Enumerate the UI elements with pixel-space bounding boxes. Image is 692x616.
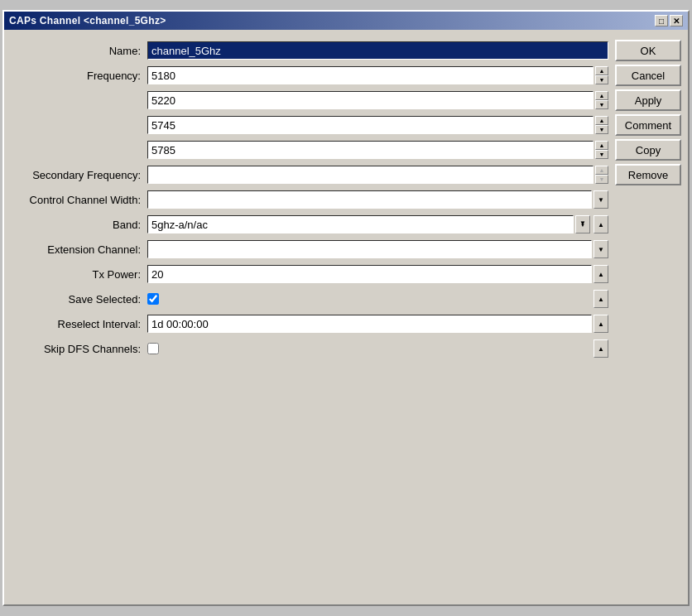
- save-selected-row: Save Selected:: [11, 288, 608, 310]
- control-channel-width-row: Control Channel Width:: [11, 189, 608, 210]
- content-area: Name: Frequency:: [4, 30, 688, 369]
- frequency-1-control: [147, 66, 608, 84]
- restore-button[interactable]: □: [655, 15, 668, 26]
- ok-button[interactable]: OK: [615, 40, 681, 61]
- close-button[interactable]: ✕: [670, 15, 683, 26]
- frequency-3-control: [147, 116, 608, 134]
- reselect-interval-row: Reselect Interval:: [11, 313, 608, 334]
- secondary-frequency-input[interactable]: [147, 166, 593, 184]
- skip-dfs-label: Skip DFS Channels:: [11, 343, 147, 355]
- secondary-frequency-spinner: [595, 166, 608, 184]
- extension-channel-control: [147, 240, 608, 258]
- save-selected-label: Save Selected:: [11, 293, 147, 306]
- frequency-4-down[interactable]: [595, 150, 608, 159]
- expand-icon: [598, 320, 604, 328]
- band-row: Band: ▼▼: [11, 214, 608, 235]
- band-controls: ▼▼: [147, 215, 608, 233]
- frequency-1-spinner: [595, 66, 608, 84]
- skip-dfs-checkbox[interactable]: [147, 343, 159, 354]
- form-area: Name: Frequency:: [11, 40, 608, 363]
- dropdown-icon: [598, 196, 604, 204]
- frequency-row-1: Frequency:: [11, 65, 608, 86]
- frequency-1-input[interactable]: [147, 66, 593, 84]
- expand-icon: [598, 296, 604, 303]
- frequency-2-up[interactable]: [595, 91, 608, 100]
- titlebar: CAPs Channel <channel_5Ghz> □ ✕: [4, 12, 688, 30]
- name-input[interactable]: [147, 41, 608, 60]
- reselect-interval-label: Reselect Interval:: [11, 318, 147, 330]
- tx-power-control: [147, 265, 608, 283]
- down-icon: [599, 77, 605, 83]
- band-dropdown-button[interactable]: ▼▼: [575, 215, 590, 233]
- tx-power-input[interactable]: [147, 265, 592, 283]
- band-dropdown-icon: ▼▼: [579, 219, 586, 230]
- extension-channel-input[interactable]: [147, 240, 592, 258]
- frequency-4-control: [147, 141, 608, 159]
- titlebar-buttons: □ ✕: [655, 15, 683, 26]
- down-icon: [599, 102, 605, 108]
- extension-channel-label: Extension Channel:: [11, 243, 147, 256]
- cancel-button[interactable]: Cancel: [615, 65, 681, 86]
- frequency-row-4: [11, 139, 608, 161]
- up-icon: [599, 142, 605, 148]
- apply-button[interactable]: Apply: [615, 89, 681, 111]
- frequency-row-3: [11, 114, 608, 136]
- tx-power-expand-button[interactable]: [593, 265, 608, 283]
- control-channel-width-dropdown[interactable]: [593, 190, 608, 209]
- up-icon: [599, 93, 605, 99]
- name-row: Name:: [11, 40, 608, 61]
- frequency-3-down[interactable]: [595, 125, 608, 134]
- secondary-frequency-label: Secondary Frequency:: [11, 169, 147, 181]
- save-selected-checkbox[interactable]: [147, 293, 159, 305]
- tx-power-label: Tx Power:: [11, 268, 147, 281]
- skip-dfs-expand-button[interactable]: [593, 339, 608, 358]
- frequency-2-down[interactable]: [595, 100, 608, 109]
- frequency-4-up[interactable]: [595, 141, 608, 150]
- frequency-3-up[interactable]: [595, 116, 608, 125]
- band-input[interactable]: [147, 215, 574, 233]
- up-icon: [599, 68, 605, 74]
- extension-channel-dropdown[interactable]: [593, 240, 608, 258]
- expand-icon: [598, 221, 604, 229]
- reselect-interval-expand-button[interactable]: [593, 315, 608, 333]
- up-icon: [599, 118, 605, 123]
- skip-dfs-control: [147, 339, 608, 358]
- tx-power-row: Tx Power:: [11, 263, 608, 285]
- secondary-frequency-control: [147, 166, 608, 184]
- frequency-4-input[interactable]: [147, 141, 593, 159]
- reselect-interval-input[interactable]: [147, 315, 592, 333]
- frequency-row-2: [11, 89, 608, 111]
- frequency-2-spinner: [595, 91, 608, 109]
- main-window: CAPs Channel <channel_5Ghz> □ ✕ Name: Fr…: [2, 10, 690, 606]
- name-label: Name:: [11, 45, 147, 57]
- frequency-2-input[interactable]: [147, 91, 593, 109]
- frequency-4-spinner: [595, 141, 608, 159]
- save-selected-control: [147, 290, 608, 308]
- save-selected-expand-button[interactable]: [593, 290, 608, 308]
- down-icon: [599, 127, 605, 132]
- control-channel-width-control: [147, 190, 608, 209]
- frequency-2-control: [147, 91, 608, 109]
- skip-dfs-row: Skip DFS Channels:: [11, 338, 608, 359]
- up-icon: [599, 167, 605, 173]
- control-channel-width-input[interactable]: [147, 190, 592, 209]
- expand-icon: [598, 271, 604, 278]
- secondary-frequency-down[interactable]: [595, 175, 608, 184]
- frequency-1-up[interactable]: [595, 66, 608, 75]
- comment-button[interactable]: Comment: [615, 114, 681, 136]
- remove-button[interactable]: Remove: [615, 164, 681, 185]
- down-icon: [599, 152, 605, 157]
- band-expand-button[interactable]: [593, 215, 608, 233]
- secondary-frequency-up[interactable]: [595, 166, 608, 175]
- expand-icon: [598, 345, 604, 353]
- down-icon: [599, 176, 605, 182]
- secondary-frequency-row: Secondary Frequency:: [11, 164, 608, 185]
- frequency-1-down[interactable]: [595, 75, 608, 84]
- control-channel-width-label: Control Channel Width:: [11, 194, 147, 206]
- dropdown-icon: [598, 246, 604, 253]
- copy-button[interactable]: Copy: [615, 139, 681, 161]
- extension-channel-row: Extension Channel:: [11, 238, 608, 260]
- band-label: Band:: [11, 219, 147, 231]
- frequency-3-input[interactable]: [147, 116, 593, 134]
- window-title: CAPs Channel <channel_5Ghz>: [9, 15, 166, 26]
